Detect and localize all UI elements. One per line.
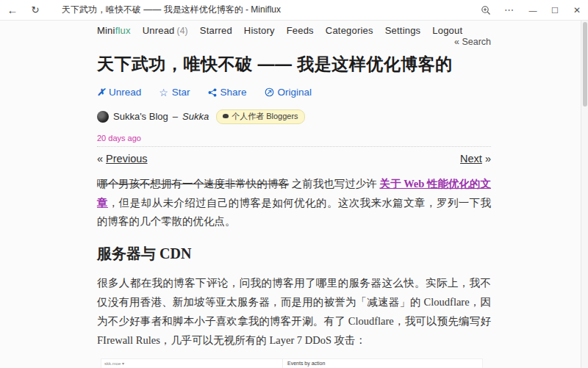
previous-entry-link[interactable]: « Previous xyxy=(97,153,148,165)
back-icon[interactable]: ← xyxy=(0,4,25,16)
browser-titlebar: ← ↻ 天下武功，唯快不破 —— 我是这样优化博客的 - Miniflux ⋯ … xyxy=(0,0,588,21)
unread-count: (4) xyxy=(177,26,188,36)
entry-date: 20 days ago xyxy=(97,134,491,142)
author-name: Sukka xyxy=(182,111,209,122)
zoom-in-icon[interactable] xyxy=(475,5,497,15)
feed-avatar xyxy=(97,111,109,123)
nav-item-categories[interactable]: Categories xyxy=(326,25,373,36)
star-button[interactable]: ☆ Star xyxy=(159,87,190,98)
events-title: Events by action xyxy=(287,361,325,366)
magnifier-plus-icon xyxy=(481,5,491,15)
nav-item-logout[interactable]: Logout xyxy=(432,25,462,36)
logo-flux: flux xyxy=(115,25,131,36)
nav-item-settings[interactable]: Settings xyxy=(385,25,421,36)
paragraph-1: 哪个男孩不想拥有一个速度非常快的博客 之前我也写过少许 关于 Web 性能优化的… xyxy=(97,175,491,231)
cloudflare-analytics-image: skk.moe ▾ 24 Hours 7 Days 30 Days 22 JUN… xyxy=(101,359,482,368)
unread-x-icon: ✗ xyxy=(97,87,105,98)
nav-item-history[interactable]: History xyxy=(244,25,275,36)
badge-icon xyxy=(223,114,229,118)
nav-item-starred[interactable]: Starred xyxy=(200,25,232,36)
close-button[interactable]: ✕ xyxy=(566,0,588,21)
share-button[interactable]: Share xyxy=(208,87,247,98)
window-title: 天下武功，唯快不破 —— 我是这样优化博客的 - Miniflux xyxy=(62,4,475,16)
minimize-button[interactable]: — xyxy=(522,0,544,21)
miniflux-logo[interactable]: Miniflux xyxy=(97,25,131,36)
nav-item-unread[interactable]: Unread(4) xyxy=(143,25,188,36)
strikethrough-text: 哪个男孩不想拥有一个速度非常快的博客 xyxy=(97,178,289,190)
divider xyxy=(97,146,491,147)
author-badge: 个人作者 Bloggers xyxy=(216,109,304,124)
panel-divider xyxy=(282,359,283,368)
entry-title: 天下武功，唯快不破 —— 我是这样优化博客的 xyxy=(97,54,491,76)
author-separator: – xyxy=(173,111,178,122)
search-row: « Search xyxy=(97,37,491,47)
next-entry-link[interactable]: Next » xyxy=(460,153,491,165)
maximize-button[interactable]: ☐ xyxy=(544,0,566,21)
caret-down-icon: ▾ xyxy=(122,361,124,366)
refresh-icon[interactable]: ↻ xyxy=(25,4,46,15)
paragraph-2: 很多人都在我的博客下评论，问我的博客用了哪里的服务器这么快。实际上，我不仅没有用… xyxy=(97,274,491,350)
entry-content: 哪个男孩不想拥有一个速度非常快的博客 之前我也写过少许 关于 Web 性能优化的… xyxy=(97,175,491,368)
feed-name-link[interactable]: Sukka's Blog xyxy=(113,111,168,122)
share-icon xyxy=(208,88,217,97)
entry-meta: Sukka's Blog – Sukka 个人作者 Bloggers xyxy=(97,109,491,124)
main-nav: Miniflux Unread(4) Starred History Feeds… xyxy=(97,21,491,36)
toggle-unread-button[interactable]: ✗ Unread xyxy=(97,87,141,98)
star-icon: ☆ xyxy=(159,87,168,98)
original-link-button[interactable]: Original xyxy=(265,87,312,98)
site-selector: skk.moe ▾ xyxy=(104,361,124,366)
search-link[interactable]: « Search xyxy=(454,37,491,47)
scrollbar-thumb[interactable] xyxy=(583,22,587,107)
pagination: « Previous Next » xyxy=(97,153,491,165)
more-menu-icon[interactable]: ⋯ xyxy=(497,4,522,15)
logo-mini: Mini xyxy=(97,25,115,36)
scrollbar[interactable] xyxy=(581,21,588,368)
entry-actions: ✗ Unread ☆ Star Share Original xyxy=(97,87,491,98)
section-heading-server-cdn: 服务器与 CDN xyxy=(97,244,491,264)
external-link-icon xyxy=(265,87,274,97)
nav-item-feeds[interactable]: Feeds xyxy=(287,25,314,36)
miniflux-page: Miniflux Unread(4) Starred History Feeds… xyxy=(97,21,491,368)
